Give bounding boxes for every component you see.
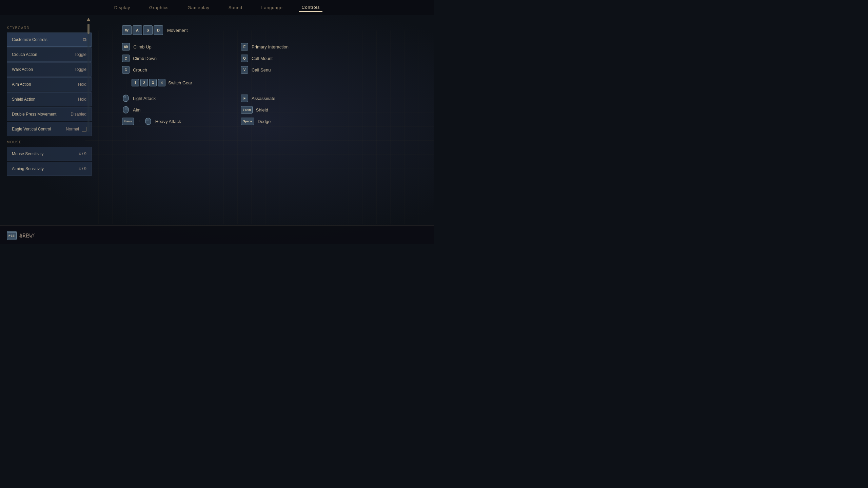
key-q: Q (241, 55, 248, 62)
customize-controls-label: Customize Controls (12, 37, 47, 42)
keyboard-menu: Customize Controls ⧉ Crouch Action Toggl… (7, 33, 92, 136)
svg-rect-3 (123, 95, 126, 98)
eagle-vertical-value: Normal (66, 127, 79, 131)
movement-right-column: E Primary Interaction Q Call Mount V Cal… (241, 42, 427, 75)
climb-down-label: Climb Down (133, 56, 157, 61)
key-w: W (122, 25, 132, 35)
combat-grid: Light Attack Aim (122, 93, 427, 126)
back-label: BACK (19, 234, 33, 239)
back-button[interactable]: Esc BACK (7, 232, 33, 240)
nav-display[interactable]: Display (112, 4, 133, 12)
double-press-item[interactable]: Double Press Movement Disabled (7, 107, 92, 121)
gear-divider-left (122, 83, 129, 83)
main-content: W A S D Movement Alt Climb Up C Climb Do… (95, 19, 427, 224)
lmb-icon (122, 95, 130, 102)
key-e: E (241, 43, 248, 50)
walk-action-value: Toggle (75, 67, 86, 72)
call-mount-row: Q Call Mount (241, 53, 427, 63)
key-shift-shield: ⇧Shift (241, 106, 253, 114)
top-navigation: Display Graphics Gameplay Sound Language… (0, 0, 434, 15)
lmb2-icon (144, 118, 152, 125)
crouch-label: Crouch (133, 67, 147, 73)
light-attack-row: Light Attack (122, 93, 241, 103)
crouch-action-value: Toggle (75, 52, 86, 57)
call-mount-label: Call Mount (252, 56, 273, 61)
shield-action-value: Hold (78, 97, 86, 102)
key-space: Space (241, 118, 254, 125)
aim-action-item[interactable]: Aim Action Hold (7, 77, 92, 92)
walk-action-label: Walk Action (12, 67, 33, 72)
movement-label: Movement (167, 28, 188, 33)
aiming-sensitivity-item[interactable]: Aiming Sensitivity 4 / 9 (7, 162, 92, 176)
key-alt: Alt (122, 43, 130, 50)
key-s: S (143, 25, 153, 35)
climb-up-row: Alt Climb Up (122, 42, 241, 52)
movement-left-column: Alt Climb Up C Climb Down C Crouch (122, 42, 241, 75)
dodge-row: Space Dodge (241, 116, 427, 126)
key-c-crouch: C (122, 66, 130, 74)
nav-language[interactable]: Language (259, 4, 285, 12)
mouse-sensitivity-value: 4 / 9 (79, 151, 86, 156)
movement-controls-grid: Alt Climb Up C Climb Down C Crouch E Pri… (122, 42, 427, 75)
key-d: D (154, 25, 163, 35)
assassinate-label: Assassinate (252, 96, 275, 101)
nav-sound[interactable]: Sound (226, 4, 245, 12)
key-2: 2 (140, 79, 148, 86)
customize-controls-item[interactable]: Customize Controls ⧉ (7, 33, 92, 47)
aim-action-value: Hold (78, 82, 86, 87)
mouse-sensitivity-item[interactable]: Mouse Sensitivity 4 / 9 (7, 147, 92, 161)
gear-numbers: 1 2 3 4 (132, 79, 165, 86)
double-press-value: Disabled (71, 112, 86, 117)
scroll-up-icon[interactable] (86, 17, 91, 24)
mouse-menu: Mouse Sensitivity 4 / 9 Aiming Sensitivi… (7, 147, 92, 176)
shield-action-item[interactable]: Shield Action Hold (7, 92, 92, 106)
primary-interaction-label: Primary Interaction (252, 44, 289, 49)
aim-label: Aim (133, 107, 140, 113)
walk-action-item[interactable]: Walk Action Toggle (7, 62, 92, 77)
key-v: V (241, 66, 248, 74)
svg-rect-6 (126, 106, 129, 110)
key-shift-heavy: ⇧Shift (122, 118, 134, 125)
call-senu-row: V Call Senu (241, 65, 427, 75)
bottom-bar: Esc APPLY Esc BACK (0, 225, 434, 244)
nav-controls[interactable]: Controls (299, 3, 323, 12)
switch-gear-row: 1 2 3 4 Switch Gear (122, 79, 427, 86)
svg-rect-9 (145, 118, 148, 121)
crouch-row: C Crouch (122, 65, 241, 75)
light-attack-label: Light Attack (133, 96, 156, 101)
key-1: 1 (132, 79, 139, 86)
wasd-container: W A S D Movement (122, 25, 427, 35)
back-key-badge: Esc (7, 232, 17, 240)
key-c-climb: C (122, 55, 130, 62)
nav-gameplay[interactable]: Gameplay (185, 4, 212, 12)
call-senu-label: Call Senu (252, 67, 271, 73)
crouch-action-item[interactable]: Crouch Action Toggle (7, 47, 92, 62)
svg-marker-0 (86, 18, 91, 21)
eagle-vertical-checkbox[interactable] (82, 127, 86, 131)
nav-graphics[interactable]: Graphics (146, 4, 171, 12)
key-f: F (241, 95, 248, 102)
plus-icon: + (138, 119, 140, 124)
keyboard-section-label: KEYBOARD (7, 26, 92, 30)
key-4: 4 (158, 79, 165, 86)
heavy-attack-row: ⇧Shift + Heavy Attack (122, 116, 241, 126)
assassinate-row: F Assassinate (241, 93, 427, 103)
double-press-label: Double Press Movement (12, 112, 56, 117)
dodge-label: Dodge (258, 119, 271, 124)
climb-down-row: C Climb Down (122, 53, 241, 63)
wasd-keys: W A S D (122, 25, 163, 35)
shield-row: ⇧Shift Shield (241, 105, 427, 115)
eagle-vertical-label: Eagle Vertical Control (12, 127, 51, 131)
aim-row: Aim (122, 105, 241, 115)
eagle-vertical-item[interactable]: Eagle Vertical Control Normal (7, 122, 92, 136)
left-panel: KEYBOARD Customize Controls ⧉ Crouch Act… (7, 22, 92, 224)
switch-gear-label: Switch Gear (168, 80, 192, 85)
key-3: 3 (149, 79, 157, 86)
climb-up-label: Climb Up (133, 44, 151, 49)
aiming-sensitivity-value: 4 / 9 (79, 166, 86, 171)
scrollbar-thumb[interactable] (87, 24, 90, 34)
aiming-sensitivity-label: Aiming Sensitivity (12, 166, 44, 171)
shield-action-label: Shield Action (12, 97, 35, 102)
combat-left-column: Light Attack Aim (122, 93, 241, 126)
mouse-section-label: MOUSE (7, 140, 92, 144)
